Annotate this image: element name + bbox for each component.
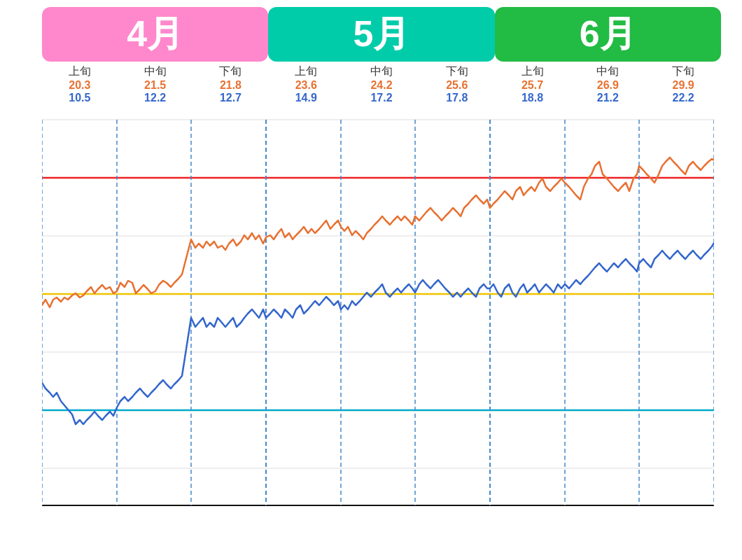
april-jyun1-name: 上旬 bbox=[42, 64, 118, 79]
april-jyun3-name: 下旬 bbox=[193, 64, 269, 79]
chart-container: 4月 上旬 20.3 10.5 中旬 21.5 12.2 下旬 21.8 12.… bbox=[0, 0, 742, 560]
june-jyun1-low: 18.8 bbox=[495, 92, 570, 104]
june-jyun3-low: 22.2 bbox=[645, 92, 721, 104]
chart-area: 35 30 25 20 15 10 5 0 bbox=[42, 110, 721, 516]
june-jyun1-high: 25.7 bbox=[495, 79, 570, 92]
june-jyun3: 下旬 29.9 22.2 bbox=[645, 64, 721, 104]
may-jyun1-name: 上旬 bbox=[268, 64, 344, 79]
may-jyun2-high: 24.2 bbox=[344, 79, 419, 92]
june-jyun2: 中旬 26.9 21.2 bbox=[570, 64, 645, 104]
june-jyun2-low: 21.2 bbox=[570, 92, 645, 104]
april-jyun1-high: 20.3 bbox=[42, 79, 118, 92]
blue-line bbox=[42, 243, 714, 424]
april-jyun2-low: 12.2 bbox=[118, 92, 193, 104]
may-jyun3-name: 下旬 bbox=[419, 64, 495, 79]
june-jyun2-name: 中旬 bbox=[570, 64, 645, 79]
may-jyun1-low: 14.9 bbox=[268, 92, 344, 104]
month-may: 5月 上旬 23.6 14.9 中旬 24.2 17.2 下旬 25.6 17.… bbox=[268, 7, 494, 104]
april-jyun1-low: 10.5 bbox=[42, 92, 118, 104]
may-jyun3-low: 17.8 bbox=[419, 92, 495, 104]
may-jyun3: 下旬 25.6 17.8 bbox=[419, 64, 495, 104]
main-svg: 35 30 25 20 15 10 5 0 bbox=[42, 110, 714, 516]
april-jyun2-high: 21.5 bbox=[118, 79, 193, 92]
april-jyun1: 上旬 20.3 10.5 bbox=[42, 64, 118, 104]
june-jyun2-high: 26.9 bbox=[570, 79, 645, 92]
may-jyun2-name: 中旬 bbox=[344, 64, 419, 79]
april-jyun3-low: 12.7 bbox=[193, 92, 269, 104]
orange-line bbox=[42, 158, 714, 307]
may-jyun3-high: 25.6 bbox=[419, 79, 495, 92]
header-row: 4月 上旬 20.3 10.5 中旬 21.5 12.2 下旬 21.8 12.… bbox=[42, 7, 721, 104]
april-jyun3-high: 21.8 bbox=[193, 79, 269, 92]
month-april: 4月 上旬 20.3 10.5 中旬 21.5 12.2 下旬 21.8 12.… bbox=[42, 7, 268, 104]
june-jyun3-name: 下旬 bbox=[645, 64, 721, 79]
april-jyun2-name: 中旬 bbox=[118, 64, 193, 79]
april-label: 4月 bbox=[42, 7, 268, 62]
june-label: 6月 bbox=[495, 7, 721, 62]
april-jyun3: 下旬 21.8 12.7 bbox=[193, 64, 269, 104]
may-jyun2: 中旬 24.2 17.2 bbox=[344, 64, 419, 104]
june-jyun1: 上旬 25.7 18.8 bbox=[495, 64, 570, 104]
month-june: 6月 上旬 25.7 18.8 中旬 26.9 21.2 下旬 29.9 22.… bbox=[495, 7, 721, 104]
april-jyun2: 中旬 21.5 12.2 bbox=[118, 64, 193, 104]
may-label: 5月 bbox=[268, 7, 494, 62]
may-jyun1: 上旬 23.6 14.9 bbox=[268, 64, 344, 104]
may-jyun1-high: 23.6 bbox=[268, 79, 344, 92]
may-jyun2-low: 17.2 bbox=[344, 92, 419, 104]
june-jyun3-high: 29.9 bbox=[645, 79, 721, 92]
june-jyun1-name: 上旬 bbox=[495, 64, 570, 79]
